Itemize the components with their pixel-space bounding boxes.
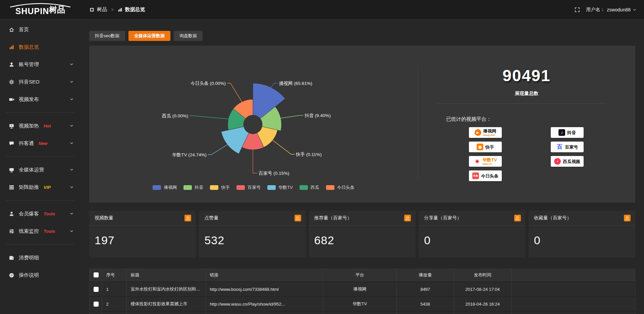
legend-label: 百家号 xyxy=(248,185,261,191)
main-content: 抖音seo数据全媒体运营数据询盘数据 播视网 (65.61%)抖音 (9.40%… xyxy=(80,19,644,314)
sidebar-item-抖音SEO[interactable]: 抖音SEO xyxy=(0,73,80,91)
legend-item-播视网[interactable]: 播视网 xyxy=(153,185,177,191)
row-checkbox[interactable] xyxy=(94,287,99,292)
row-platform: 播视网 xyxy=(323,282,397,297)
sidebar-item-消费明细[interactable]: 消费明细 xyxy=(0,249,80,266)
wasu-logo: ✳ xyxy=(474,158,481,165)
sidebar-item-视频加热[interactable]: 视频加热Hot xyxy=(0,117,80,135)
sidebar-item-视频发布[interactable]: 视频发布 xyxy=(0,91,80,108)
table-row xyxy=(90,311,635,314)
row-title-link[interactable]: 楼体投影灯投影效果震撼上市 xyxy=(126,297,206,311)
row-platform xyxy=(323,311,397,314)
table-row: 1室外水纹灯和室内水纹灯的区别和简介http://www.boosj.com/7… xyxy=(90,282,635,297)
platform-badge-快手: ◉快手 xyxy=(469,142,502,152)
tab-全媒体运营数据[interactable]: 全媒体运营数据 xyxy=(128,31,170,41)
sidebar-item-操作说明[interactable]: ?操作说明 xyxy=(0,266,80,284)
platform-badge-texts: 今日头条 xyxy=(481,174,498,178)
sidebar-item-矩阵助推[interactable]: 矩阵助推VIP xyxy=(0,178,80,196)
row-url-link[interactable]: http://www.wasu.cn/Play/show/id/952... xyxy=(206,297,323,311)
xigua-logo: ◗ xyxy=(554,158,561,165)
row-time xyxy=(454,311,511,314)
slice-label-快手: 快手 (0.11%) xyxy=(296,152,322,157)
stat-card-视频数量: 视频数量总197 xyxy=(89,211,196,258)
legend-chip xyxy=(300,185,308,190)
tab-询盘数据[interactable]: 询盘数据 xyxy=(174,31,203,41)
chevron-down-icon xyxy=(69,211,74,217)
label-line-播视网 xyxy=(270,83,278,88)
row-extra-cell xyxy=(511,311,635,314)
legend-item-西瓜[interactable]: 西瓜 xyxy=(300,185,319,191)
sidebar-item-tag: Tools xyxy=(44,211,55,216)
col-header-blank xyxy=(511,268,635,282)
slice-label-西瓜: 西瓜 (0.00%) xyxy=(162,113,188,118)
row-views: 5438 xyxy=(396,297,454,311)
legend-item-百家号[interactable]: 百家号 xyxy=(236,185,261,191)
slice-label-百家号: 百家号 (0.15%) xyxy=(259,171,289,176)
row-title-link[interactable]: 室外水纹灯和室内水纹灯的区别和简介 xyxy=(126,282,206,297)
stat-card-header: 点赞量总 xyxy=(199,211,306,226)
platform-name: 播视网 xyxy=(483,129,496,133)
legend-label: 抖音 xyxy=(195,185,203,191)
chevron-down-icon xyxy=(69,141,74,146)
sidebar-item-label: 线索监控 xyxy=(19,228,39,234)
video-icon xyxy=(9,97,14,102)
platform-badge-华数TV: ✳华数TVwasu.cn xyxy=(469,156,502,167)
breadcrumb-separator: > xyxy=(111,7,114,12)
member-icon xyxy=(9,211,14,217)
username: zswodun88 xyxy=(607,7,631,12)
toutiao-logo: 头条 xyxy=(472,172,479,179)
legend-item-抖音[interactable]: 抖音 xyxy=(183,185,203,191)
row-extra-cell xyxy=(511,282,635,297)
sidebar-item-label: 抖客通 xyxy=(19,140,34,147)
row-platform: 华数TV xyxy=(323,297,397,311)
table-body: 1室外水纹灯和室内水纹灯的区别和简介http://www.boosj.com/7… xyxy=(90,282,635,314)
legend-item-快手[interactable]: 快手 xyxy=(210,185,230,191)
sidebar-item-label: 操作说明 xyxy=(19,272,39,278)
sidebar-item-全媒体运营[interactable]: 全媒体运营 xyxy=(0,161,80,178)
select-all-checkbox[interactable] xyxy=(94,272,99,277)
monitor-play-icon xyxy=(9,123,14,129)
sidebar-item-首页[interactable]: 首页 xyxy=(0,21,80,38)
row-checkbox[interactable] xyxy=(94,302,99,307)
user-menu[interactable]: 用户名：zswodun88 xyxy=(586,7,637,13)
stat-card-header: 收藏量（百家号）总 xyxy=(529,211,635,226)
sidebar-item-会员爆客[interactable]: 会员爆客Tools xyxy=(0,205,80,222)
sidebar-item-抖客通[interactable]: 抖客通New xyxy=(0,135,80,152)
sidebar-item-tag: New xyxy=(39,141,48,146)
total-badge: 总 xyxy=(294,215,301,221)
breadcrumb-root[interactable]: 树品 xyxy=(97,6,107,13)
wallet-icon xyxy=(9,255,14,261)
stat-card-点赞量: 点赞量总532 xyxy=(199,211,306,258)
total-badge: 总 xyxy=(624,215,631,221)
breadcrumb-current: 数据总览 xyxy=(125,6,145,13)
stat-card-推荐量（百家号）: 推荐量（百家号）总682 xyxy=(309,211,416,258)
label-line-今日头条 xyxy=(227,83,242,102)
boosj-logo: ▶ xyxy=(475,129,481,136)
row-time: 2017-08-24 17:04 xyxy=(454,282,511,297)
sidebar-item-线索监控[interactable]: 线索监控Tools xyxy=(0,222,80,240)
sidebar-divider xyxy=(6,244,74,245)
sidebar-item-数据总览[interactable]: 数据总览 xyxy=(0,38,80,56)
kuaishou-logo: ◉ xyxy=(477,144,483,150)
legend-item-今日头条[interactable]: 今日头条 xyxy=(326,185,355,191)
baijiahao-logo: 百 xyxy=(556,144,563,150)
sidebar-item-label: 账号管理 xyxy=(19,61,39,68)
row-url-link[interactable]: http://www.boosj.com/7338468.html xyxy=(206,282,323,297)
username-label: 用户名： xyxy=(586,7,605,13)
stat-card-title: 推荐量（百家号） xyxy=(314,215,352,221)
tab-抖音seo数据[interactable]: 抖音seo数据 xyxy=(89,31,125,41)
sidebar-item-账号管理[interactable]: 账号管理 xyxy=(0,56,80,73)
fullscreen-icon[interactable] xyxy=(575,7,580,12)
stat-card-header: 视频数量总 xyxy=(89,211,196,226)
rose-slice-华数TV[interactable] xyxy=(221,126,249,154)
legend-item-华数TV[interactable]: 华数TV xyxy=(267,185,293,191)
platform-name: 华数TV xyxy=(483,158,497,162)
stat-card-header: 推荐量（百家号）总 xyxy=(309,211,416,226)
slice-label-抖音: 抖音 (9.40%) xyxy=(305,113,331,118)
total-badge: 总 xyxy=(404,215,411,221)
col-header-链接: 链接 xyxy=(206,268,323,282)
legend-chip xyxy=(153,185,161,190)
platform-badge-播视网: ▶播视网boosj.com xyxy=(469,127,502,138)
sidebar-item-label: 会员爆客 xyxy=(19,211,39,217)
slice-label-华数TV: 华数TV (24.74%) xyxy=(172,152,207,157)
